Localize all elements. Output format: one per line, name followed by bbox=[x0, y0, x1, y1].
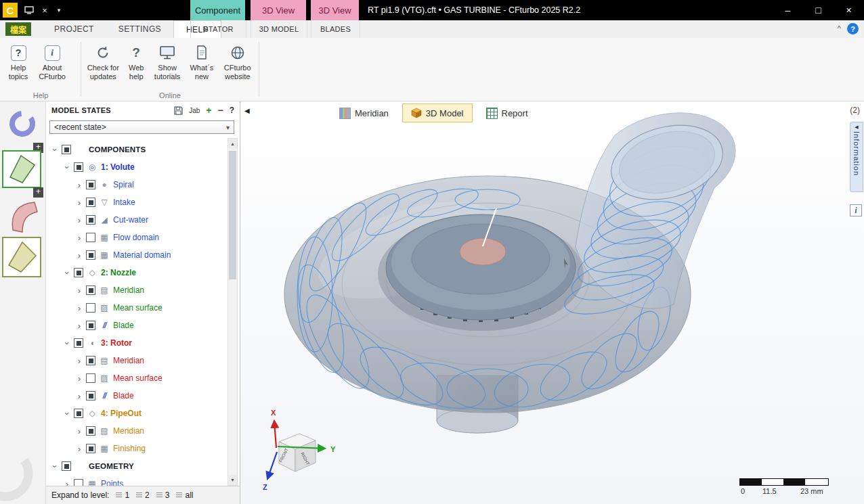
quick-close-icon[interactable]: × bbox=[38, 0, 51, 20]
cfturbo-website-button[interactable]: CFturbo website bbox=[218, 42, 257, 83]
check-updates-button[interactable]: Check for updates bbox=[83, 42, 123, 83]
remove-state-button[interactable]: − bbox=[217, 105, 223, 116]
save-state-icon[interactable] bbox=[174, 106, 183, 115]
tree-row[interactable]: › ◢ Cut-water bbox=[46, 211, 227, 229]
tree-expander-icon[interactable]: › bbox=[76, 250, 83, 260]
collapse-panel-icon[interactable]: ◀ bbox=[244, 107, 250, 114]
view-tab-3d-model[interactable]: 3D View bbox=[251, 0, 306, 20]
add-component-button[interactable]: + bbox=[33, 187, 43, 198]
viewport-3d[interactable]: FRONT RIGHT X Y Z ◀ Meridian bbox=[240, 101, 864, 504]
scroll-down-icon[interactable]: ▼ bbox=[228, 475, 237, 485]
menu-project[interactable]: PROJECT bbox=[42, 20, 106, 38]
about-cfturbo-button[interactable]: i About CFturbo bbox=[34, 42, 70, 83]
component-tab-stator[interactable]: Component bbox=[190, 0, 245, 20]
tree-checkbox[interactable] bbox=[86, 198, 95, 207]
volute-component-icon[interactable] bbox=[7, 108, 38, 139]
scroll-up-icon[interactable]: ▲ bbox=[228, 139, 237, 149]
state-selector[interactable]: <recent state> ▾ bbox=[49, 120, 234, 134]
tree-checkbox[interactable] bbox=[86, 180, 95, 189]
tree-row[interactable]: › ▦ Material domain bbox=[46, 246, 227, 264]
pipeout-component-icon[interactable] bbox=[2, 237, 41, 277]
tree-row[interactable]: › ▤ Meridian bbox=[46, 281, 227, 299]
whats-new-button[interactable]: What´s new bbox=[185, 42, 218, 83]
tree-checkbox[interactable] bbox=[74, 409, 83, 418]
tree-row[interactable]: › ▦ Points bbox=[46, 475, 227, 486]
view-tab-blades[interactable]: 3D View bbox=[311, 0, 359, 20]
tree-checkbox[interactable] bbox=[86, 391, 95, 400]
subtab-stator[interactable]: STATOR bbox=[190, 20, 246, 38]
tree-row[interactable]: › ◎ 1: Volute bbox=[46, 158, 227, 176]
tree-row[interactable]: › ▨ Mean surface bbox=[46, 299, 227, 317]
nozzle-component-icon-selected[interactable] bbox=[2, 150, 41, 188]
expand-level-all-button[interactable]: all bbox=[176, 490, 193, 500]
tab-meridian[interactable]: Meridian bbox=[331, 104, 397, 122]
expand-level-3-button[interactable]: 3 bbox=[156, 490, 170, 500]
tree-row[interactable]: › ▤ Meridian bbox=[46, 352, 227, 369]
subtab-blades[interactable]: BLADES bbox=[311, 20, 360, 38]
tree-row[interactable]: › ◇ 2: Nozzle bbox=[46, 264, 227, 281]
tree-expander-icon[interactable]: › bbox=[76, 215, 83, 225]
tree-checkbox[interactable] bbox=[86, 233, 95, 242]
tree-checkbox[interactable] bbox=[74, 162, 83, 172]
tree-row[interactable]: › ▨ Mean surface bbox=[46, 369, 227, 387]
close-button[interactable]: × bbox=[834, 0, 864, 20]
tree-checkbox[interactable] bbox=[62, 145, 71, 154]
tree-expander-icon[interactable]: › bbox=[62, 164, 72, 170]
tree-expander-icon[interactable]: › bbox=[76, 444, 83, 454]
tree-expander-icon[interactable]: › bbox=[62, 340, 72, 346]
tree-checkbox[interactable] bbox=[86, 356, 95, 365]
tree-checkbox[interactable] bbox=[74, 268, 83, 277]
tab-3d-model[interactable]: 3D Model bbox=[402, 104, 473, 122]
tree-row[interactable]: › // Blade bbox=[46, 317, 227, 334]
minimize-button[interactable]: – bbox=[773, 0, 803, 20]
tree-expander-icon[interactable]: › bbox=[76, 356, 83, 366]
menu-settings[interactable]: SETTINGS bbox=[106, 20, 173, 38]
add-state-button[interactable]: + bbox=[206, 105, 211, 116]
information-icon[interactable]: i bbox=[850, 204, 862, 216]
tree-expander-icon[interactable]: › bbox=[76, 233, 83, 243]
tree-row[interactable]: › ▦ Finishing bbox=[46, 440, 227, 457]
tree-checkbox[interactable] bbox=[86, 303, 95, 313]
expand-level-1-button[interactable]: 1 bbox=[116, 490, 129, 500]
file-menu-button[interactable]: 檔案 bbox=[5, 22, 31, 36]
web-help-button[interactable]: ? Web help bbox=[123, 42, 150, 83]
tree-expander-icon[interactable]: › bbox=[62, 410, 72, 417]
tree-expander-icon[interactable]: › bbox=[64, 479, 70, 486]
tree-row[interactable]: › ▤ Meridian bbox=[46, 422, 227, 440]
tree-scrollbar[interactable]: ▲ ▼ bbox=[228, 138, 238, 486]
help-bubble-button[interactable]: ? bbox=[847, 23, 859, 35]
tree-checkbox[interactable] bbox=[74, 479, 83, 486]
tree-checkbox[interactable] bbox=[86, 250, 95, 260]
maximize-button[interactable]: □ bbox=[803, 0, 834, 20]
rotor-component-icon[interactable] bbox=[6, 198, 40, 235]
tab-report[interactable]: Report bbox=[478, 104, 536, 122]
help-topics-button[interactable]: ? Help topics bbox=[3, 42, 34, 83]
tree-checkbox[interactable] bbox=[74, 338, 83, 348]
tree-row[interactable]: › ◖ 3: Rotor bbox=[46, 334, 227, 352]
tree-expander-icon[interactable]: › bbox=[76, 426, 83, 436]
tree-row[interactable]: › // Blade bbox=[46, 387, 227, 405]
tree-checkbox[interactable] bbox=[86, 285, 95, 295]
tree-checkbox[interactable] bbox=[86, 426, 95, 436]
tree-row[interactable]: › ● Spiral bbox=[46, 176, 227, 193]
tree-row[interactable]: › COMPONENTS bbox=[46, 141, 227, 158]
tree-checkbox[interactable] bbox=[86, 373, 95, 383]
tree-expander-icon[interactable]: › bbox=[76, 373, 83, 384]
information-panel-tab[interactable]: ◀ Information bbox=[850, 122, 863, 192]
collapse-ribbon-icon[interactable]: ^ bbox=[838, 24, 841, 32]
tree-checkbox[interactable] bbox=[62, 461, 71, 471]
subtab-3d-model[interactable]: 3D MODEL bbox=[251, 20, 307, 38]
tree-expander-icon[interactable]: › bbox=[76, 198, 83, 208]
quick-access-dropdown-icon[interactable]: ▾ bbox=[53, 0, 65, 20]
show-tutorials-button[interactable]: Show tutorials bbox=[150, 42, 186, 83]
tree-expander-icon[interactable]: › bbox=[76, 303, 83, 313]
rename-state-button[interactable]: Jab bbox=[189, 107, 200, 114]
model-states-help-button[interactable]: ? bbox=[230, 106, 234, 115]
tree-expander-icon[interactable]: › bbox=[76, 391, 83, 401]
tree-expander-icon[interactable]: › bbox=[76, 285, 83, 296]
tree-checkbox[interactable] bbox=[86, 321, 95, 330]
tree-expander-icon[interactable]: › bbox=[76, 321, 83, 331]
tree-expander-icon[interactable]: › bbox=[76, 180, 83, 190]
tree-expander-icon[interactable]: › bbox=[50, 146, 60, 153]
expand-level-2-button[interactable]: 2 bbox=[136, 490, 150, 500]
